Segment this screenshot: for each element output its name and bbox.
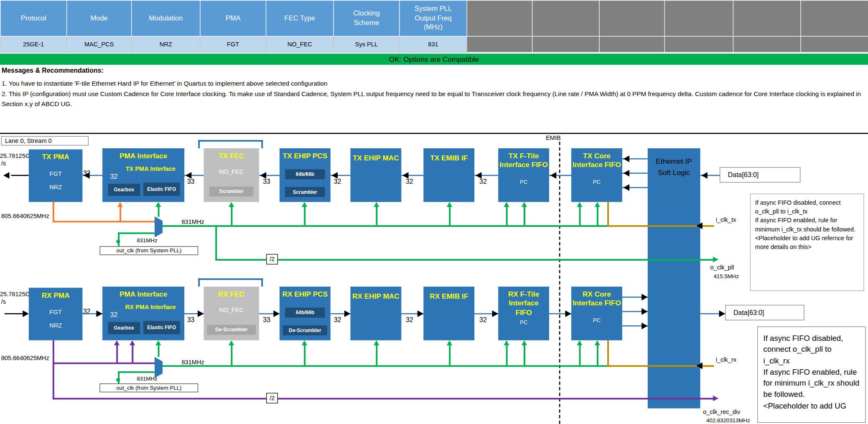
header-protocol: Protocol — [0, 0, 67, 36]
rx-ftile-fifo-title: RX F-Tile Interface FIFO — [498, 287, 549, 317]
tx-link-arrow-icon — [260, 172, 267, 179]
rx-iclk-line — [607, 340, 609, 366]
cell-clocking-scheme[interactable]: Sys PLL — [333, 36, 400, 52]
message-item-1: 1. You have to instantiate 'F-tile Ether… — [2, 79, 327, 89]
rx-831-clock-label: 831MHz — [181, 358, 204, 365]
tx-async-fifo-note: If async FIFO disabled, connect o_clk_pl… — [750, 194, 864, 291]
tx-width-32c: 32 — [406, 178, 413, 185]
rx-pma-title: RX PMA — [29, 288, 82, 300]
rx-emib-if-title: RX EMIB IF — [423, 287, 474, 301]
table-value-row: 25GE-1 MAC_PCS NRZ FGT NO_FEC Sys PLL 83… — [0, 36, 868, 52]
rx-div2-box: /2 — [266, 393, 278, 403]
rx-serial-arrow-icon — [23, 310, 29, 317]
tx-emib-if-title: TX EMIB IF — [423, 148, 474, 163]
rx-gearbox-subblock: Gearbox — [108, 322, 140, 334]
emib-divider-line — [559, 136, 560, 424]
tx-pma-clock-label: 805.6640625MHz — [1, 213, 49, 219]
rx-width-33b: 33 — [263, 316, 270, 324]
tx-link-arrow-icon — [550, 172, 557, 179]
header-fec-type: FEC Type — [266, 0, 333, 36]
header-empty — [664, 0, 733, 36]
tx-link-arrow-icon — [476, 172, 482, 179]
tx-softlogic-arrow-icon — [623, 184, 629, 191]
rx-syspll-junction-dot — [116, 378, 120, 382]
tx-831-clock-line — [162, 225, 612, 227]
rx-emib-if-block: RX EMIB IF — [423, 287, 474, 340]
tx-ehip-pcs-block: TX EHIP PCS 64b/66b Scrambler — [280, 148, 331, 202]
rx-ehip-mac-block: RX EHIP MAC — [350, 287, 401, 340]
header-empty — [733, 0, 801, 36]
cell-protocol[interactable]: 25GE-1 — [0, 36, 67, 52]
message-item-2: 2. This IP (configuration) must use Cust… — [2, 89, 864, 109]
tx-pma-nrz: NRZ — [29, 184, 82, 190]
tx-clock-stub — [304, 206, 305, 225]
rx-core-fifo-block: RX Core Interface FIFO PC — [571, 287, 622, 340]
tx-oclkpll-freq: 415.5MHz — [713, 273, 738, 279]
tx-softlogic-arrow-icon — [623, 155, 629, 162]
rx-clock-stub — [506, 345, 508, 365]
rx-ehip-pcs-block: RX EHIP PCS 64b/66b De-Scrambler — [280, 287, 331, 340]
rx-link-arrow-icon — [417, 310, 424, 317]
header-clocking-scheme: Clocking Scheme — [333, 0, 400, 36]
tx-data-box: Data[63:0] — [720, 167, 800, 183]
tx-softlogic-arrow-icon — [623, 170, 629, 177]
rx-mux-out-line — [158, 345, 160, 357]
rx-pma-clock-line — [53, 340, 54, 400]
rx-pma-interface-subtitle: RX PMA Interface — [102, 299, 184, 312]
rx-clock-stub — [597, 345, 598, 365]
tx-fec-mode: NO_FEC — [204, 168, 259, 175]
tx-syspll-junction-dot — [116, 240, 120, 244]
config-table: Protocol Mode Modulation PMA FEC Type Cl… — [0, 0, 868, 53]
tx-fec-title: TX FEC — [204, 148, 259, 160]
rx-core-fifo-pc: PC — [571, 317, 622, 323]
tx-pma-title: TX PMA — [29, 150, 82, 162]
lane-label-box: Lane 0, Stream 0 — [1, 136, 89, 146]
rx-width-32b: 32 — [334, 316, 341, 324]
tx-link-arrow-icon — [331, 172, 338, 179]
tx-pma-clock-line — [53, 221, 155, 223]
cell-modulation[interactable]: NRZ — [132, 36, 200, 52]
rx-link-arrow-icon — [344, 310, 351, 317]
tx-clock-mux — [155, 216, 163, 237]
rx-link-arrow-icon — [96, 310, 102, 317]
header-empty — [599, 0, 664, 36]
tx-fec-bypass-line — [198, 140, 200, 148]
tx-oclkpll-label: o_clk_pll — [710, 264, 734, 271]
rx-line-rate-unit: /s — [1, 298, 6, 305]
cell-pma[interactable]: FGT — [200, 36, 266, 52]
cell-fec-type[interactable]: NO_FEC — [266, 36, 333, 52]
messages-heading: Messages & Recommendations: — [2, 66, 104, 74]
cell-empty — [801, 36, 868, 52]
rx-ehip-pcs-title: RX EHIP PCS — [280, 287, 331, 299]
rx-pma-interface-width: 32 — [110, 311, 118, 319]
tx-ftile-fifo-title: TX F-Tile Interface FIFO — [498, 148, 549, 170]
tx-div2-branch-line — [215, 225, 217, 260]
rx-pma-clock-line — [53, 363, 155, 364]
cell-syspll-freq[interactable]: 831 — [400, 36, 467, 52]
header-syspll-freq: System PLL Output Freq (MHz) — [400, 0, 467, 36]
rx-ehip-mac-title: RX EHIP MAC — [350, 287, 401, 301]
rx-link-arrow-icon — [198, 310, 204, 317]
rx-core-fifo-title: RX Core Interface FIFO — [571, 287, 622, 308]
rx-pma-nrz: NRZ — [29, 322, 82, 329]
rx-clock-stub — [304, 345, 305, 365]
rx-link-arrow-icon — [273, 310, 280, 317]
tx-width-32d: 32 — [479, 178, 487, 185]
cell-empty — [599, 36, 664, 52]
rx-async-fifo-note: If async FIFO disabled, connect o_clk_pl… — [757, 327, 866, 423]
tx-pma-interface-title: PMA Interface — [102, 148, 184, 160]
tx-ftile-fifo-pc: PC — [498, 178, 549, 185]
tx-width-33b: 33 — [263, 178, 270, 185]
tx-link-arrow-icon — [186, 172, 192, 179]
tx-pma-interface-width: 32 — [110, 173, 118, 180]
rx-serial-line — [5, 313, 25, 315]
tx-fec-block: TX FEC NO_FEC Scrambler — [204, 148, 259, 202]
rx-gearbox-clock-line — [116, 345, 118, 363]
tx-gearbox-clock-line — [120, 206, 121, 221]
rx-softlogic-arrow-icon — [641, 322, 648, 329]
tx-clock-stub — [231, 206, 232, 225]
tx-mux-out-line — [158, 206, 160, 217]
rx-clock-stub — [524, 345, 525, 365]
cell-mode[interactable]: MAC_PCS — [67, 36, 132, 52]
tx-iclk-line — [607, 202, 609, 227]
